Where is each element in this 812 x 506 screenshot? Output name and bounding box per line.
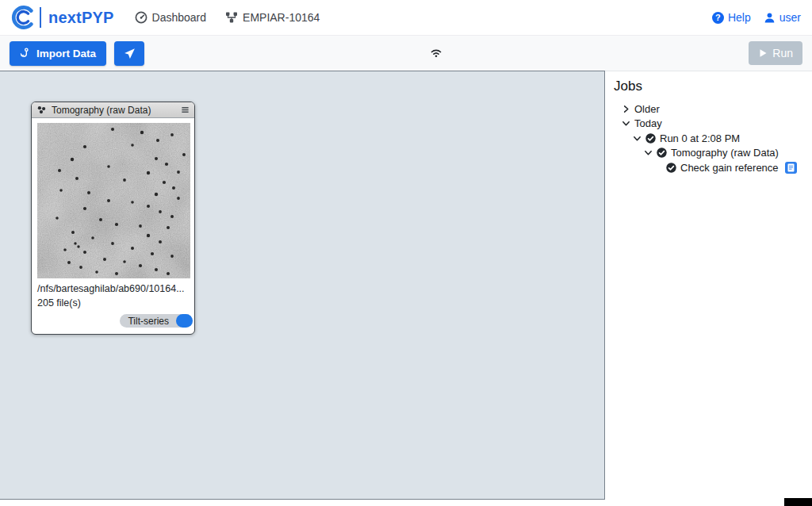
block-data-path: /nfs/bartesaghilab/ab690/10164... [37, 283, 189, 294]
user-label: user [779, 11, 801, 24]
toggle-knob [176, 314, 193, 328]
project-toolbar: Import Data Run [0, 36, 812, 71]
project-canvas[interactable]: Tomography (raw Data) [0, 71, 605, 500]
jobs-tree-item-run0[interactable]: Run 0 at 2:08 PM [612, 131, 807, 146]
tilt-series-toggle[interactable]: Tilt-series [120, 314, 193, 328]
footer-strip [0, 500, 812, 506]
block-card-title: Tomography (raw Data) [52, 105, 151, 116]
help-link[interactable]: Help [712, 11, 751, 24]
chevron-down-icon[interactable] [622, 119, 630, 128]
jobs-tree-label: Run 0 at 2:08 PM [660, 132, 740, 144]
jobs-tree-label: Tomography (raw Data) [671, 147, 779, 159]
navbar-right: Help user [712, 11, 801, 24]
block-card-body: /nfs/bartesaghilab/ab690/10164... 205 fi… [32, 118, 194, 334]
run-label: Run [772, 47, 793, 59]
gauge-icon [135, 11, 147, 24]
breadcrumb-project[interactable]: EMPIAR-10164 [225, 11, 320, 24]
paper-plane-icon [124, 48, 136, 59]
help-label: Help [728, 11, 751, 24]
check-circle-icon [657, 148, 667, 158]
import-data-label: Import Data [36, 48, 96, 59]
import-data-button[interactable]: Import Data [10, 41, 106, 66]
help-icon [712, 12, 724, 24]
jobs-tree-label: Older [634, 103, 660, 115]
import-hook-icon [20, 48, 31, 59]
nextpyp-swirl-icon [11, 6, 35, 29]
main-area: Tomography (raw Data) [0, 71, 812, 500]
block-card-header[interactable]: Tomography (raw Data) [32, 102, 194, 118]
jobs-tree-item-today[interactable]: Today [612, 117, 807, 132]
block-file-count: 205 file(s) [37, 297, 189, 309]
chevron-right-icon[interactable] [622, 105, 630, 113]
app-logo[interactable]: nextPYP [11, 6, 114, 29]
jobs-panel-title: Jobs [614, 79, 807, 94]
jobs-tree-label: Check gain reference [680, 162, 779, 174]
breadcrumb-dashboard[interactable]: Dashboard [135, 11, 207, 24]
user-menu[interactable]: user [764, 11, 801, 24]
tilt-series-toggle-label: Tilt-series [120, 316, 176, 327]
chevron-down-icon[interactable] [644, 148, 653, 157]
breadcrumb-dashboard-label: Dashboard [152, 11, 207, 24]
jobs-tree-item-older[interactable]: Older [612, 102, 807, 117]
check-circle-icon [645, 133, 656, 144]
toggle-row: Tilt-series [37, 314, 193, 328]
jobs-tree-item-tomography[interactable]: Tomography (raw Data) [612, 146, 807, 161]
block-menu-icon[interactable] [181, 105, 190, 114]
jobs-tree-item-check-gain[interactable]: Check gain reference [612, 160, 807, 175]
tomography-block-card[interactable]: Tomography (raw Data) [31, 102, 195, 335]
breadcrumb: Dashboard EMPIAR-10164 [135, 11, 320, 24]
micrograph-thumbnail [37, 123, 190, 278]
screen-corner-artifact [784, 498, 812, 506]
project-diagram-icon [225, 11, 238, 24]
log-file-icon[interactable] [785, 162, 797, 174]
jobs-tree-label: Today [634, 117, 662, 129]
tomography-icon [36, 105, 47, 115]
brand-name: nextPYP [48, 9, 114, 27]
connection-status-icon [428, 44, 444, 60]
chevron-down-icon[interactable] [633, 134, 642, 143]
top-navbar: nextPYP Dashboard EMPIAR- [0, 0, 812, 36]
jobs-panel: Jobs Older Today Run 0 at 2:08 PM [605, 71, 812, 500]
breadcrumb-project-label: EMPIAR-10164 [243, 11, 320, 24]
check-circle-icon [666, 163, 676, 173]
play-icon [758, 48, 768, 58]
brand-divider [40, 7, 41, 28]
run-button[interactable]: Run [749, 41, 802, 65]
launch-button[interactable] [114, 41, 144, 66]
user-icon [764, 12, 776, 24]
